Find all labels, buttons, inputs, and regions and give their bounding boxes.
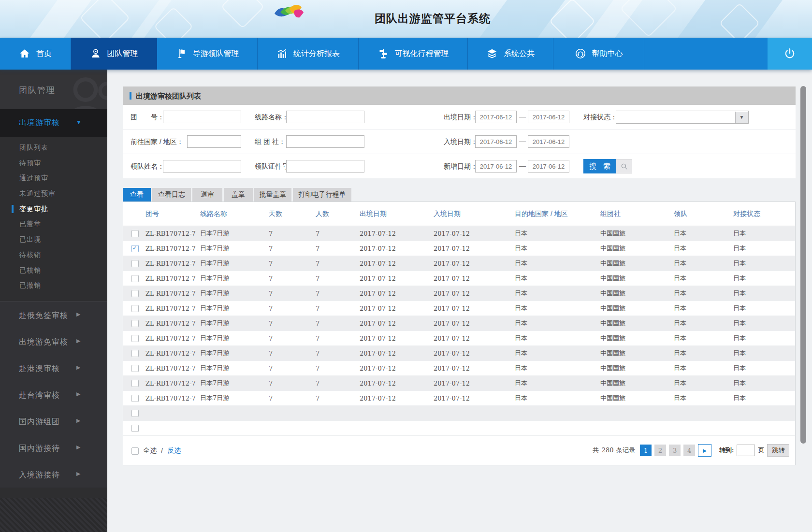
row-checkbox[interactable] [131, 335, 139, 342]
row-checkbox[interactable] [131, 230, 139, 237]
team-no-input[interactable] [163, 111, 241, 123]
row-checkbox[interactable] [131, 365, 139, 372]
cell-entry-date: 2017-07-12 [434, 256, 515, 271]
sidebar-group-item[interactable]: 国内游组团▶ [0, 408, 107, 434]
page-button-3[interactable]: 3 [669, 445, 681, 456]
pagination: 共 280 条记录 1234 ▶ 转到: 页 跳转 [593, 444, 789, 457]
row-checkbox[interactable] [131, 350, 139, 357]
sidebar-sub-item[interactable]: 已盖章 [0, 216, 107, 232]
row-checkbox[interactable] [131, 305, 139, 312]
sidebar-sub-item[interactable]: 变更审批 [0, 201, 107, 217]
jump-button[interactable]: 跳转 [767, 444, 789, 457]
panel-header: 出境游审核团队列表 [123, 86, 796, 105]
dock-status-select[interactable]: ▼ [616, 111, 749, 124]
depart-date-from-input[interactable] [475, 111, 517, 123]
nav-item-1[interactable]: 首页 [0, 38, 71, 70]
cell-destination: 日本 [515, 241, 600, 256]
sidebar-sub-item[interactable]: 团队列表 [0, 140, 107, 156]
cell-leader: 日本 [674, 361, 733, 376]
toolbar-button[interactable]: 盖章 [224, 188, 253, 201]
search-button[interactable]: 搜 索 [583, 159, 632, 173]
row-checkbox[interactable] [131, 410, 139, 417]
cell-days: 7 [269, 271, 316, 286]
sidebar-sub-item[interactable]: 待预审 [0, 156, 107, 171]
signpost-icon [377, 48, 389, 59]
nav-item-5[interactable]: 可视化行程管理 [359, 38, 468, 70]
cell-dock-status: 日本 [733, 361, 795, 376]
sidebar-group-item[interactable]: 国内游接待▶ [0, 434, 107, 461]
chevron-right-icon: ▶ [76, 391, 80, 397]
row-checkbox[interactable] [131, 290, 139, 297]
cell-depart-date: 2017-07-12 [360, 271, 434, 286]
depart-date-to-input[interactable] [528, 111, 569, 123]
leader-name-input[interactable] [163, 160, 241, 173]
nav-item-4[interactable]: 统计分析报表 [258, 38, 359, 70]
power-icon [783, 47, 796, 60]
nav-item-7[interactable]: 帮助中心 [553, 38, 644, 70]
row-checkbox[interactable] [131, 320, 139, 327]
page-button-2[interactable]: 2 [654, 445, 666, 456]
sidebar-sub-item[interactable]: 已出境 [0, 232, 107, 247]
goto-page-input[interactable] [737, 445, 755, 456]
entry-date-from-input[interactable] [475, 135, 517, 148]
toolbar-button[interactable]: 批量盖章 [254, 188, 291, 201]
toolbar-button[interactable]: 退审 [192, 188, 222, 201]
select-all-label[interactable]: 全选 [143, 446, 157, 455]
row-checkbox[interactable] [131, 425, 139, 432]
select-all-checkbox[interactable] [131, 447, 139, 455]
sidebar-sub-item[interactable]: 通过预审 [0, 171, 107, 186]
col-checkbox [123, 202, 145, 226]
sidebar-group-outbound-audit[interactable]: 出境游审核 ▼ [0, 109, 107, 137]
row-checkbox[interactable] [131, 380, 139, 387]
table-row: ZL-RB170712-7日本7日游772017-07-122017-07-12… [123, 286, 795, 301]
cell-dock-status: 日本 [733, 301, 795, 316]
row-checkbox[interactable] [131, 275, 139, 282]
sidebar-sub-item[interactable]: 已核销 [0, 263, 107, 278]
add-date-from-input[interactable] [475, 160, 517, 173]
sidebar-sub-item[interactable]: 未通过预审 [0, 186, 107, 201]
page-button-1[interactable]: 1 [640, 445, 652, 456]
cell-agency: 中国国旅 [600, 301, 674, 316]
entry-date-to-input[interactable] [528, 135, 569, 148]
form-row-2: 前往国家 / 地区： 组 团 社： 入境日期： — [123, 129, 796, 154]
record-count: 共 280 条记录 [593, 446, 635, 455]
sidebar-group-item[interactable]: 出境游免审核▶ [0, 328, 107, 355]
cell-route-name: 日本7日游 [200, 316, 269, 331]
destination-input[interactable] [187, 135, 241, 148]
page-button-4[interactable]: 4 [683, 445, 695, 456]
row-checkbox[interactable] [131, 260, 139, 267]
agency-input[interactable] [286, 135, 364, 148]
nav-item-3[interactable]: 导游领队管理 [157, 38, 258, 70]
row-checkbox[interactable] [131, 395, 139, 402]
col-people: 人数 [316, 202, 360, 226]
sidebar-sub-item[interactable]: 待核销 [0, 247, 107, 263]
sidebar-group-item[interactable]: 入境游接待▶ [0, 461, 107, 488]
cell-depart-date: 2017-07-12 [360, 301, 434, 316]
toolbar-button[interactable]: 查看日志 [152, 188, 191, 201]
table-row: ZL-RB170712-7日本7日游772017-07-122017-07-12… [123, 241, 795, 256]
sidebar-group-item[interactable]: 赴俄免签审核▶ [0, 302, 107, 328]
sidebar-group-item[interactable]: 赴台湾审核▶ [0, 381, 107, 408]
cell-destination: 日本 [515, 301, 600, 316]
banner-diamond [221, 0, 265, 29]
sidebar-group-item[interactable]: 赴港澳审核▶ [0, 355, 107, 381]
date-range-dash: — [519, 162, 526, 170]
col-leader: 领队 [674, 202, 733, 226]
add-date-to-input[interactable] [528, 160, 569, 173]
route-name-input[interactable] [286, 111, 364, 123]
next-page-button[interactable]: ▶ [698, 444, 711, 457]
cell-destination: 日本 [515, 361, 600, 376]
sidebar-sub-item[interactable]: 已撤销 [0, 278, 107, 293]
cell-team-no: ZL-RB170712-7 [145, 391, 200, 406]
logout-button[interactable] [768, 38, 812, 70]
goto-label: 转到: [719, 446, 734, 455]
leader-id-input[interactable] [286, 160, 364, 173]
nav-item-2[interactable]: 团队管理 [71, 38, 157, 70]
toolbar-button[interactable]: 打印电子行程单 [293, 188, 351, 201]
nav-item-6[interactable]: 系统公共 [468, 38, 553, 70]
invert-selection-link[interactable]: 反选 [167, 446, 181, 455]
cell-destination: 日本 [515, 316, 600, 331]
vertical-scrollbar[interactable] [800, 86, 806, 444]
row-checkbox[interactable] [131, 245, 139, 252]
toolbar-button[interactable]: 查看 [123, 188, 151, 201]
